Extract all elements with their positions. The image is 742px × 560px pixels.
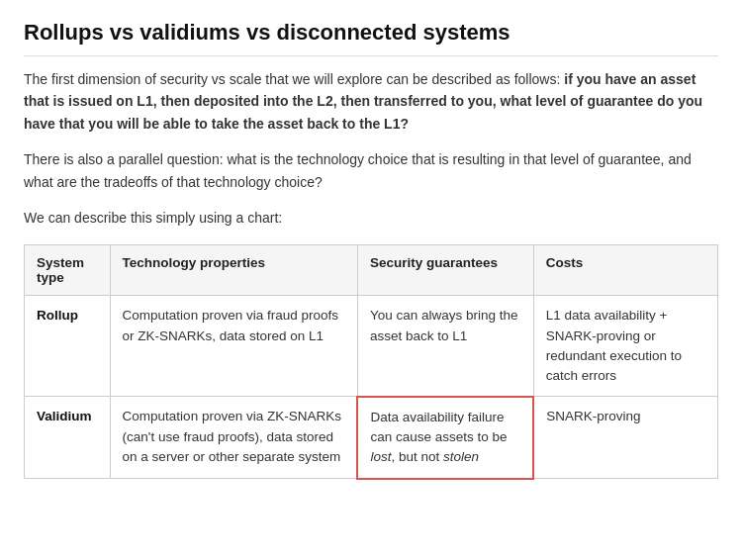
paragraph-2: There is also a parallel question: what … [24,148,718,193]
validium-system-type: Validium [25,397,111,479]
table-header-row: System type Technology properties Securi… [25,245,718,296]
validium-tech-properties: Computation proven via ZK-SNARKs (can't … [110,397,357,479]
rollup-security-guarantees: You can always bring the asset back to L… [357,296,533,397]
col-header-system-type: System type [25,245,111,296]
validium-security-stolen: stolen [443,449,479,464]
comparison-table-container: System type Technology properties Securi… [24,244,718,479]
validium-security-text-1: Data availability failure can cause asse… [370,410,507,444]
col-header-costs: Costs [533,245,717,296]
table-row: Rollup Computation proven via fraud proo… [25,296,718,397]
validium-security-text-2: , but not [391,449,443,464]
validium-security-guarantees: Data availability failure can cause asse… [357,397,533,479]
validium-costs: SNARK-proving [533,397,717,479]
col-header-tech-properties: Technology properties [110,245,357,296]
col-header-security: Security guarantees [357,245,533,296]
table-row: Validium Computation proven via ZK-SNARK… [25,397,718,479]
rollup-system-type: Rollup [25,296,111,397]
rollup-tech-properties: Computation proven via fraud proofs or Z… [110,296,357,397]
comparison-table: System type Technology properties Securi… [24,244,718,479]
page-title: Rollups vs validiums vs disconnected sys… [24,20,718,56]
para1-before-bold: The first dimension of security vs scale… [24,71,564,87]
rollup-costs: L1 data availability + SNARK-proving or … [533,296,717,397]
paragraph-3: We can describe this simply using a char… [24,207,718,229]
paragraph-1: The first dimension of security vs scale… [24,68,718,135]
validium-security-lost: lost [370,449,391,464]
